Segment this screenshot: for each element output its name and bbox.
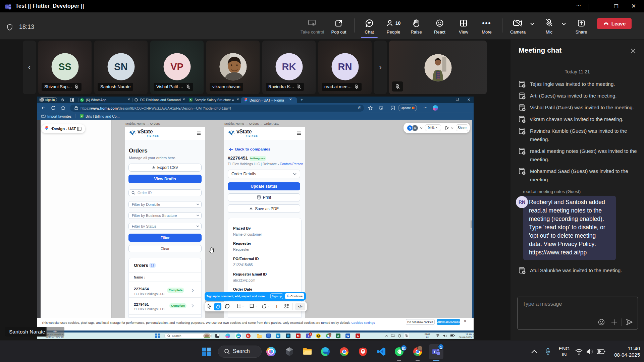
svg-text:T: T xyxy=(6,5,8,8)
svg-text:T: T xyxy=(433,350,436,354)
